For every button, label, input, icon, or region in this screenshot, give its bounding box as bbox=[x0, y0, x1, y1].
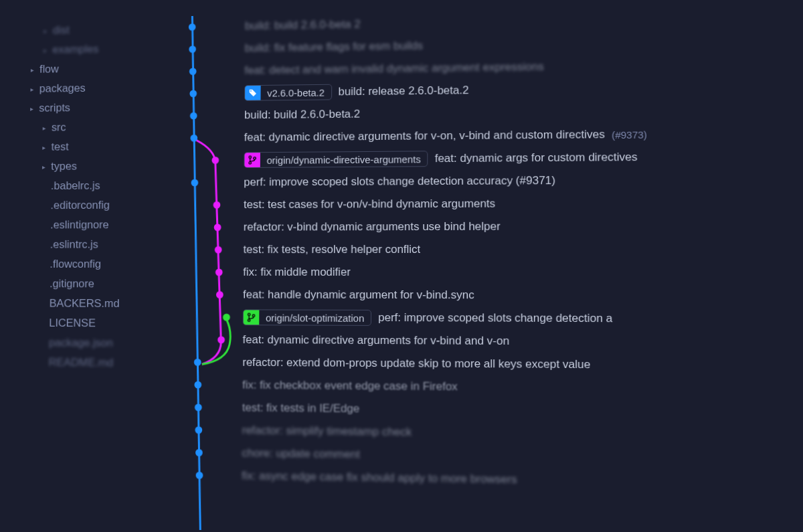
commit-node[interactable] bbox=[189, 90, 197, 97]
commit-message: fix: fix middle modifier bbox=[243, 266, 351, 279]
commit-node[interactable] bbox=[216, 291, 224, 298]
commit-graph bbox=[157, 15, 239, 531]
commit-message: perf: improve scoped slots change detect… bbox=[244, 174, 555, 189]
tree-item--eslintrc-js[interactable]: .eslintrc.js bbox=[18, 235, 159, 255]
badge-label: origin/dynamic-directive-arguments bbox=[260, 152, 428, 167]
svg-point-3 bbox=[248, 313, 250, 315]
commit-node[interactable] bbox=[189, 46, 196, 53]
commit-node[interactable] bbox=[215, 268, 223, 276]
commit-message: feat: handle dynamic argument for v-bind… bbox=[243, 288, 474, 302]
commit-message: feat: dynamic args for custom directives bbox=[435, 151, 638, 165]
commit-message: feat: dynamic directive arguments for v-… bbox=[244, 128, 605, 144]
commit-message: test: fix tests, resolve helper conflict bbox=[243, 243, 420, 256]
commit-row[interactable]: feat: handle dynamic argument for v-bind… bbox=[243, 284, 803, 308]
tree-item--eslintignore[interactable]: .eslintignore bbox=[19, 215, 159, 235]
commit-row[interactable]: test: test cases for v-on/v-bind dynamic… bbox=[244, 191, 803, 216]
commit-row[interactable]: fix: fix middle modifier bbox=[243, 261, 803, 284]
tag-icon bbox=[245, 86, 260, 100]
commit-node[interactable] bbox=[195, 404, 202, 411]
chevron-right-icon: ▸ bbox=[42, 163, 48, 171]
tree-item-examples[interactable]: ▸examples bbox=[21, 39, 161, 60]
tree-item--flowconfig[interactable]: .flowconfig bbox=[18, 254, 159, 274]
badge-label: v2.6.0-beta.2 bbox=[260, 85, 331, 100]
chevron-right-icon: ▸ bbox=[43, 27, 49, 35]
commit-node[interactable] bbox=[217, 336, 225, 343]
commit-message: chore: update comment bbox=[242, 446, 360, 461]
tree-item-label: src bbox=[52, 121, 66, 135]
commit-row[interactable]: test: fix tests, resolve helper conflict bbox=[243, 238, 803, 261]
svg-point-5 bbox=[252, 315, 254, 317]
commit-message: build: build 2.6.0-beta.2 bbox=[244, 108, 360, 122]
chevron-right-icon: ▸ bbox=[42, 144, 48, 151]
issue-ref: (#9373) bbox=[612, 128, 647, 141]
tree-item-scripts[interactable]: ▸scripts bbox=[20, 97, 161, 118]
commit-message: refactor: simplify timestamp check bbox=[242, 424, 412, 439]
commit-node[interactable] bbox=[189, 68, 197, 75]
tree-item-src[interactable]: ▸src bbox=[19, 117, 160, 138]
tree-item-label: test bbox=[51, 141, 68, 154]
tree-item-label: dist bbox=[53, 24, 70, 37]
tree-item-dist[interactable]: ▸dist bbox=[21, 19, 161, 41]
commit-message: build: fix feature flags for esm builds bbox=[245, 39, 423, 55]
svg-point-4 bbox=[248, 319, 250, 321]
tree-item-backers-md[interactable]: BACKERS.md bbox=[17, 294, 159, 314]
tree-item-label: README.md bbox=[49, 356, 114, 369]
commit-node[interactable] bbox=[190, 112, 197, 120]
commit-message: build: release 2.6.0-beta.2 bbox=[339, 84, 469, 98]
tree-item--editorconfig[interactable]: .editorconfig bbox=[19, 195, 159, 215]
tree-item-flow[interactable]: ▸flow bbox=[21, 58, 161, 80]
chevron-right-icon: ▸ bbox=[43, 46, 49, 54]
commit-node[interactable] bbox=[191, 179, 199, 187]
tree-item-packages[interactable]: ▸packages bbox=[20, 78, 161, 99]
commit-row[interactable]: feat: dynamic directive arguments for v-… bbox=[242, 329, 803, 355]
tree-item-types[interactable]: ▸types bbox=[19, 156, 160, 177]
commit-node[interactable] bbox=[211, 157, 219, 164]
tag-badge[interactable]: v2.6.0-beta.2 bbox=[244, 84, 332, 101]
chevron-right-icon: ▸ bbox=[30, 105, 35, 112]
commit-row[interactable]: refactor: v-bind dynamic arguments use b… bbox=[244, 214, 803, 238]
branch-badge[interactable]: origin/dynamic-directive-arguments bbox=[244, 151, 428, 168]
commit-node[interactable] bbox=[213, 201, 221, 209]
commit-node[interactable] bbox=[189, 23, 196, 31]
file-tree-sidebar: ▸dist▸examples▸flow▸packages▸scripts▸src… bbox=[8, 6, 161, 529]
commit-message: feat: detect and warn invalid dynamic ar… bbox=[244, 60, 543, 78]
tree-item-label: .eslintrc.js bbox=[50, 238, 98, 252]
commit-message: refactor: v-bind dynamic arguments use b… bbox=[244, 220, 501, 234]
tree-item--babelrc-js[interactable]: .babelrc.js bbox=[19, 176, 159, 196]
commit-node[interactable] bbox=[195, 449, 203, 456]
branch-badge[interactable]: origin/slot-optimization bbox=[243, 309, 371, 326]
tree-item-label: types bbox=[51, 160, 77, 173]
commit-row[interactable]: origin/slot-optimizationperf: improve sc… bbox=[243, 306, 803, 331]
tree-item-label: examples bbox=[52, 43, 98, 56]
commit-row[interactable]: perf: improve scoped slots change detect… bbox=[244, 168, 803, 194]
svg-point-1 bbox=[249, 162, 251, 164]
commit-message: fix: async edge case fix should apply to… bbox=[242, 469, 517, 486]
commit-message: feat: dynamic directive arguments for v-… bbox=[243, 333, 510, 348]
tree-item-label: BACKERS.md bbox=[50, 297, 120, 311]
commit-node[interactable] bbox=[214, 224, 221, 231]
chevron-right-icon: ▸ bbox=[43, 124, 48, 131]
commit-row[interactable]: origin/dynamic-directive-argumentsfeat: … bbox=[244, 145, 803, 171]
tree-item-package-json[interactable]: package.json bbox=[17, 333, 158, 354]
tree-item-test[interactable]: ▸test bbox=[19, 137, 160, 157]
tree-item-label: scripts bbox=[39, 102, 70, 115]
commit-node[interactable] bbox=[195, 426, 202, 434]
commit-message: test: test cases for v-on/v-bind dynamic… bbox=[244, 197, 495, 211]
commit-node[interactable] bbox=[194, 359, 201, 366]
commit-message: perf: improve scoped slots change detect… bbox=[378, 311, 612, 325]
commit-message: test: fix tests in IE/Edge bbox=[242, 401, 359, 416]
chevron-right-icon: ▸ bbox=[31, 66, 36, 74]
commit-node[interactable] bbox=[215, 246, 222, 254]
tree-item-license[interactable]: LICENSE bbox=[17, 313, 159, 333]
chevron-right-icon: ▸ bbox=[30, 86, 35, 93]
tree-item--gitignore[interactable]: .gitignore bbox=[17, 274, 159, 294]
commit-node[interactable] bbox=[196, 472, 203, 479]
tree-item-readme-md[interactable]: README.md bbox=[17, 353, 158, 373]
svg-point-2 bbox=[254, 157, 256, 159]
tree-item-label: .eslintignore bbox=[50, 219, 109, 232]
commit-node[interactable] bbox=[223, 314, 230, 321]
tree-item-label: .flowconfig bbox=[50, 258, 101, 271]
commit-list: build: build 2.6.0-beta 2build: fix feat… bbox=[235, 6, 803, 532]
commit-node[interactable] bbox=[194, 381, 201, 389]
tree-item-label: .babelrc.js bbox=[51, 179, 100, 193]
